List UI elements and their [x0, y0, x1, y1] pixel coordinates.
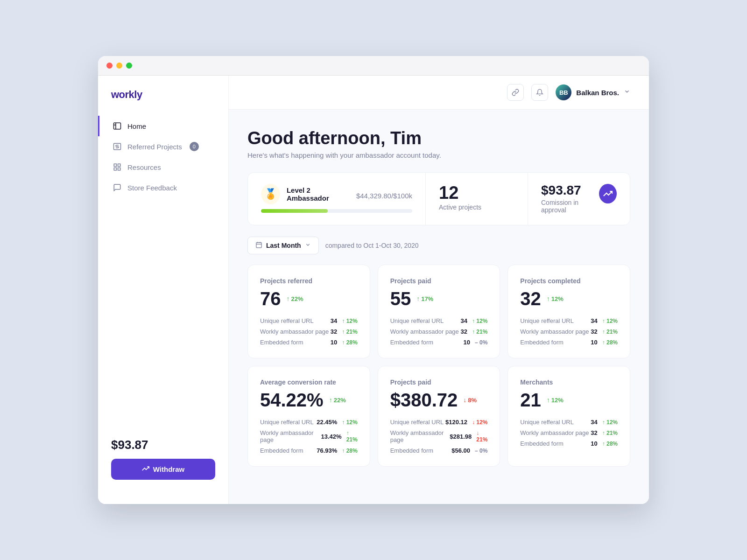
row-badge: ↓ 21% [476, 430, 487, 443]
withdraw-button[interactable]: Withdraw [111, 459, 215, 480]
metric-row: Workly ambassador page 32 ↑ 21% [520, 429, 618, 436]
metric-row: Embedded form 10 ↑ 28% [260, 339, 358, 346]
sidebar: workly Home Referred Projects 0 [98, 76, 229, 504]
logo: workly [98, 89, 228, 116]
metric-title: Average conversion rate [260, 378, 358, 386]
chevron-down-filter-icon [305, 242, 311, 249]
row-badge: ↑ 21% [346, 430, 358, 443]
metric-row: Unique refferal URL 34 ↑ 12% [390, 317, 488, 324]
sidebar-item-resources[interactable]: Resources [98, 157, 228, 177]
chevron-down-icon [624, 88, 630, 97]
link-button[interactable] [507, 84, 524, 101]
ambassador-amount: $44,329.80/$100k [356, 187, 412, 202]
greeting-subtitle: Here's what's happening with your ambass… [247, 151, 630, 159]
ambassador-title: Level 2 Ambassador [287, 186, 350, 202]
avatar: BB [556, 84, 571, 100]
metric-card-projects-paid-1: Projects paid 55 ↑ 17% Unique refferal U… [378, 265, 500, 358]
close-dot[interactable] [106, 63, 113, 69]
metric-card-avg-conversion: Average conversion rate 54.22% ↑ 22% Uni… [247, 366, 370, 467]
active-projects-label: Active projects [439, 203, 514, 211]
progress-bar-fill [261, 209, 328, 213]
metric-title: Merchants [520, 378, 618, 386]
bell-button[interactable] [531, 84, 548, 101]
withdraw-label: Withdraw [153, 465, 184, 473]
commission-amount: $93.87 [541, 184, 599, 197]
store-feedback-icon [113, 183, 122, 192]
metric-card-projects-completed: Projects completed 32 ↑ 12% Unique reffe… [507, 265, 630, 358]
metric-badge: ↓ 8% [463, 396, 477, 404]
metric-card-merchants: Merchants 21 ↑ 12% Unique refferal URL 3… [507, 366, 630, 467]
row-badge: ↑ 21% [602, 430, 618, 436]
compared-text: compared to Oct 1-Oct 30, 2020 [325, 242, 419, 249]
row-badge: – 0% [475, 448, 487, 454]
minimize-dot[interactable] [116, 63, 122, 69]
metric-value-row: 54.22% ↑ 22% [260, 391, 358, 409]
metric-row: Embedded form 10 – 0% [390, 339, 488, 346]
commission-label: Comission in approval [541, 199, 599, 214]
withdraw-icon [142, 465, 149, 474]
sidebar-item-referred-projects-label: Referred Projects [127, 143, 182, 151]
main-content: BB Balkan Bros. Good afternoon, Tim Here… [229, 76, 649, 504]
commission-icon [599, 184, 617, 203]
metric-row: Embedded form 10 ↑ 28% [520, 339, 618, 346]
sidebar-item-home-label: Home [127, 122, 146, 130]
filter-label: Last Month [266, 242, 301, 249]
metric-card-projects-referred: Projects referred 76 ↑ 22% Unique reffer… [247, 265, 370, 358]
metric-rows: Unique refferal URL 22.45% ↑ 12% Workly … [260, 419, 358, 454]
sidebar-balance: $93.87 [111, 438, 215, 452]
metric-value: 55 [390, 289, 411, 308]
sidebar-item-store-feedback[interactable]: Store Feedback [98, 177, 228, 198]
metric-title: Projects paid [390, 378, 488, 386]
commission-card: $93.87 Comission in approval [528, 173, 630, 225]
metric-row: Workly ambassador page 32 ↑ 21% [520, 328, 618, 335]
row-badge: ↑ 12% [342, 419, 357, 426]
progress-bar [261, 209, 412, 213]
user-name: Balkan Bros. [576, 89, 619, 97]
ambassador-card: 🏅 Level 2 Ambassador $44,329.80/$100k [248, 173, 426, 225]
metric-row: Unique refferal URL 34 ↑ 12% [520, 419, 618, 426]
ambassador-badge-icon: 🏅 [261, 184, 280, 204]
metric-badge: ↑ 22% [287, 295, 303, 302]
sidebar-item-referred-projects[interactable]: Referred Projects 0 [98, 136, 228, 157]
metric-rows: Unique refferal URL 34 ↑ 12% Workly amba… [520, 317, 618, 346]
metric-rows: Unique refferal URL 34 ↑ 12% Workly amba… [390, 317, 488, 346]
svg-rect-0 [114, 123, 121, 129]
metric-value: $380.72 [390, 391, 458, 409]
active-projects-card: 12 Active projects [426, 173, 528, 225]
row-badge: ↑ 21% [602, 329, 618, 335]
row-badge: ↑ 28% [602, 339, 618, 346]
sidebar-item-resources-label: Resources [127, 163, 161, 171]
active-projects-number: 12 [439, 184, 514, 202]
calendar-icon [255, 241, 262, 250]
metric-row: Unique refferal URL 34 ↑ 12% [260, 317, 358, 324]
metric-row: Unique refferal URL 34 ↑ 12% [520, 317, 618, 324]
row-badge: ↑ 12% [602, 419, 618, 426]
metric-row: Workly ambassador page 32 ↑ 21% [260, 328, 358, 335]
row-badge: ↑ 21% [472, 329, 487, 335]
metric-value-row: 21 ↑ 12% [520, 391, 618, 409]
metric-row: Embedded form 76.93% ↑ 28% [260, 447, 358, 454]
app-container: workly Home Referred Projects 0 [98, 76, 649, 504]
metric-value: 32 [520, 289, 541, 308]
svg-rect-5 [118, 168, 120, 170]
metric-value: 54.22% [260, 391, 324, 409]
metric-row: Unique refferal URL 22.45% ↑ 12% [260, 419, 358, 426]
metric-badge: ↑ 22% [329, 396, 346, 404]
browser-titlebar [98, 56, 649, 76]
metric-value: 76 [260, 289, 281, 308]
metric-value: 21 [520, 391, 541, 409]
maximize-dot[interactable] [126, 63, 132, 69]
date-filter-button[interactable]: Last Month [247, 237, 319, 254]
svg-rect-2 [114, 164, 116, 166]
metric-value-row: 32 ↑ 12% [520, 289, 618, 308]
row-badge: ↑ 12% [472, 318, 487, 324]
user-menu[interactable]: BB Balkan Bros. [556, 84, 630, 100]
referred-projects-badge: 0 [190, 142, 199, 151]
metric-rows: Unique refferal URL $120.12 ↓ 12% Workly… [390, 419, 488, 454]
metric-title: Projects referred [260, 277, 358, 285]
metric-row: Workly ambassador page 32 ↑ 21% [390, 328, 488, 335]
row-badge: ↑ 21% [342, 329, 357, 335]
sidebar-item-home[interactable]: Home [98, 116, 228, 136]
metric-title: Projects paid [390, 277, 488, 285]
row-badge: ↑ 12% [342, 318, 357, 324]
